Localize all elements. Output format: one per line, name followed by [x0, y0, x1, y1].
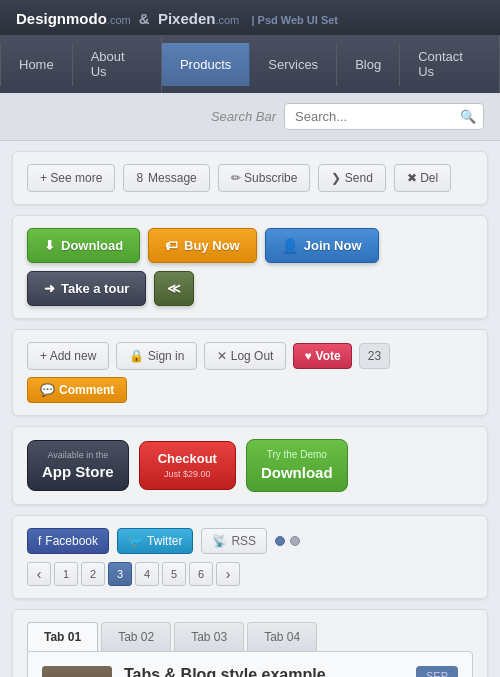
- nav-bar: Home About Us Products Services Blog Con…: [0, 35, 500, 93]
- social-pagination-panel: f Facebook 🐦 Twitter 📡 RSS ‹ 1 2 3 4: [12, 515, 488, 599]
- page-6-button[interactable]: 6: [189, 562, 213, 586]
- appstore-avail: Available in the: [47, 449, 108, 462]
- demo-try-label: Try the Demo: [267, 448, 327, 462]
- see-more-button[interactable]: + See more: [27, 164, 115, 192]
- buy-now-label: Buy Now: [184, 238, 240, 253]
- see-more-label: + See more: [40, 171, 102, 185]
- page-1-button[interactable]: 1: [54, 562, 78, 586]
- radio-dot-1[interactable]: [275, 536, 285, 546]
- add-new-button[interactable]: + Add new: [27, 342, 109, 370]
- tab-article-image: [42, 666, 112, 677]
- nav-item-products[interactable]: Products: [162, 43, 250, 86]
- tabs-panel: Tab 01 Tab 02 Tab 03 Tab 04 Tabs & Blog …: [12, 609, 488, 677]
- tab-content: Tabs & Blog style example Lorem ipsum do…: [27, 651, 473, 677]
- big-buttons-panel: Available in the App Store Checkout Just…: [12, 426, 488, 505]
- appstore-store: App Store: [42, 461, 114, 482]
- page-2-button[interactable]: 2: [81, 562, 105, 586]
- tour-icon: ➜: [44, 281, 55, 296]
- next-page-button[interactable]: ›: [216, 562, 240, 586]
- brand2-ext: .com: [215, 14, 239, 26]
- large-btn-row: ⬇ Download 🏷 Buy Now 👤 Join Now ➜ Take a…: [27, 228, 473, 306]
- twitter-bird-icon: 🐦: [128, 534, 143, 548]
- pagination: ‹ 1 2 3 4 5 6 ›: [27, 562, 240, 586]
- tabs-header: Tab 01 Tab 02 Tab 03 Tab 04: [27, 622, 473, 651]
- main-content: Search Bar 🔍 + See more 8 Message ✏ Subs…: [0, 93, 500, 677]
- social-row: f Facebook 🐦 Twitter 📡 RSS ‹ 1 2 3 4: [27, 528, 473, 586]
- download-button[interactable]: ⬇ Download: [27, 228, 140, 263]
- comment-button[interactable]: 💬 Comment: [27, 377, 127, 403]
- share-icon: ≪: [167, 281, 181, 296]
- log-out-label: ✕ Log Out: [217, 349, 273, 363]
- buy-now-button[interactable]: 🏷 Buy Now: [148, 228, 257, 263]
- page-5-button[interactable]: 5: [162, 562, 186, 586]
- page-4-button[interactable]: 4: [135, 562, 159, 586]
- nav-item-contact[interactable]: Contact Us: [400, 35, 500, 93]
- vote-label: Vote: [316, 349, 341, 363]
- tab-03-button[interactable]: Tab 03: [174, 622, 244, 651]
- send-button[interactable]: ❯ Send: [318, 164, 385, 192]
- rss-label: RSS: [231, 534, 256, 548]
- join-now-label: Join Now: [304, 238, 362, 253]
- small-btn-row: + See more 8 Message ✏ Subscribe ❯ Send …: [27, 164, 473, 192]
- search-row: Search Bar 🔍: [0, 93, 500, 141]
- checkout-button[interactable]: Checkout Just $29.00: [139, 441, 236, 490]
- checkout-label: Checkout: [158, 450, 217, 468]
- page-3-button[interactable]: 3: [108, 562, 132, 586]
- message-button[interactable]: 8 Message: [123, 164, 209, 192]
- nav-item-about[interactable]: About Us: [73, 35, 162, 93]
- take-tour-button[interactable]: ➜ Take a tour: [27, 271, 146, 306]
- twitter-label: Twitter: [147, 534, 182, 548]
- rss-icon: 📡: [212, 534, 227, 548]
- demo-download-button[interactable]: Try the Demo Download: [246, 439, 348, 492]
- tab-article-title: Tabs & Blog style example: [124, 666, 404, 677]
- send-label: ❯ Send: [331, 171, 372, 185]
- subscribe-label: ✏ Subscribe: [231, 171, 298, 185]
- facebook-icon: f: [38, 534, 41, 548]
- brand-amp: &: [139, 10, 150, 27]
- facebook-label: Facebook: [45, 534, 98, 548]
- radio-dot-2[interactable]: [290, 536, 300, 546]
- buy-now-icon: 🏷: [165, 238, 178, 253]
- search-wrap: 🔍: [284, 103, 484, 130]
- log-out-button[interactable]: ✕ Log Out: [204, 342, 286, 370]
- twitter-button[interactable]: 🐦 Twitter: [117, 528, 193, 554]
- del-button[interactable]: ✖ Del: [394, 164, 451, 192]
- comment-label: Comment: [59, 383, 114, 397]
- header: Designmodo.com & Pixeden.com | Psd Web U…: [0, 0, 500, 35]
- sign-in-label: 🔒 Sign in: [129, 349, 184, 363]
- tab-article-text: Tabs & Blog style example Lorem ipsum do…: [124, 666, 404, 677]
- sign-in-button[interactable]: 🔒 Sign in: [116, 342, 197, 370]
- nav-item-blog[interactable]: Blog: [337, 43, 400, 86]
- add-new-label: + Add new: [40, 349, 96, 363]
- comment-icon: 💬: [40, 383, 55, 397]
- large-buttons-panel: ⬇ Download 🏷 Buy Now 👤 Join Now ➜ Take a…: [12, 215, 488, 319]
- nav-item-home[interactable]: Home: [0, 43, 73, 86]
- radio-dots: [275, 536, 300, 546]
- join-now-button[interactable]: 👤 Join Now: [265, 228, 379, 263]
- big-btn-row: Available in the App Store Checkout Just…: [27, 439, 473, 492]
- vote-count: 23: [359, 343, 390, 369]
- header-subtitle: | Psd Web UI Set: [251, 14, 338, 26]
- vote-button[interactable]: ♥ Vote: [293, 343, 351, 369]
- brand-logo: Designmodo.com & Pixeden.com | Psd Web U…: [16, 10, 338, 27]
- del-label: ✖ Del: [407, 171, 438, 185]
- brand1-name: Designmodo: [16, 10, 107, 27]
- tab-01-button[interactable]: Tab 01: [27, 622, 98, 651]
- facebook-button[interactable]: f Facebook: [27, 528, 109, 554]
- subscribe-button[interactable]: ✏ Subscribe: [218, 164, 311, 192]
- tab-date-month: SEP: [426, 670, 448, 677]
- search-input[interactable]: [284, 103, 484, 130]
- join-icon: 👤: [282, 238, 298, 253]
- brand2-name: Pixeden: [158, 10, 216, 27]
- tab-04-button[interactable]: Tab 04: [247, 622, 317, 651]
- tab-02-button[interactable]: Tab 02: [101, 622, 171, 651]
- demo-dl-label: Download: [261, 462, 333, 483]
- message-label: Message: [148, 171, 197, 185]
- prev-page-button[interactable]: ‹: [27, 562, 51, 586]
- action-btn-row: + Add new 🔒 Sign in ✕ Log Out ♥ Vote 23 …: [27, 342, 473, 403]
- appstore-button[interactable]: Available in the App Store: [27, 440, 129, 492]
- rss-button[interactable]: 📡 RSS: [201, 528, 267, 554]
- share-button[interactable]: ≪: [154, 271, 194, 306]
- nav-item-services[interactable]: Services: [250, 43, 337, 86]
- search-label: Search Bar: [211, 109, 276, 124]
